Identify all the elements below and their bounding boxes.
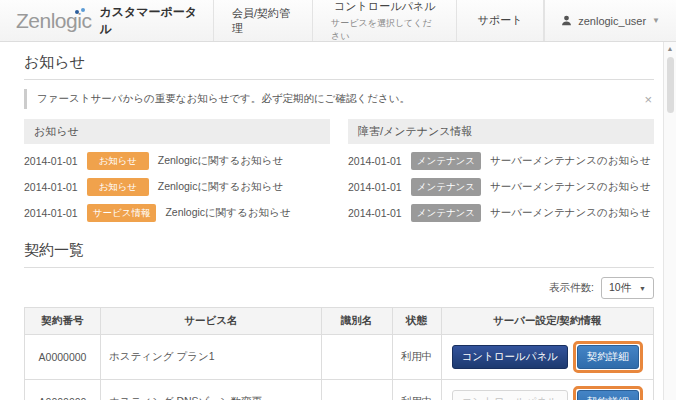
zenlogic-logo[interactable]: Zenlogic カスタマーポータル — [0, 0, 213, 41]
notice-title: Zenlogicに関するお知らせ — [158, 154, 283, 168]
user-menu[interactable]: zenlogic_user ▼ — [544, 0, 676, 41]
highlight-outline: 契約詳細 — [573, 386, 643, 400]
notice-date: 2014-01-01 — [24, 181, 78, 193]
logo-text: Zenlogic — [16, 9, 91, 33]
close-icon[interactable]: × — [642, 92, 654, 107]
scroll-up-icon[interactable]: ▲ — [667, 44, 674, 54]
col-server-settings: サーバー設定/契約情報 — [441, 308, 653, 335]
per-page-label: 表示件数: — [549, 281, 594, 295]
maintenance-column-heading: 障害/メンテナンス情報 — [348, 119, 654, 144]
chevron-down-icon: ▼ — [639, 285, 646, 292]
list-item[interactable]: 2014-01-01 メンテナンス サーバーメンテナンスのお知らせ — [348, 178, 654, 196]
table-header-row: 契約番号 サービス名 識別名 状態 サーバー設定/契約情報 — [25, 308, 654, 335]
notice-date: 2014-01-01 — [348, 155, 402, 167]
table-row: A0000000 ホスティング プラン1 利用中 コントロールパネル 契約詳細 — [25, 335, 654, 380]
service-name: ホスティング プラン1 — [101, 335, 322, 380]
vertical-scrollbar[interactable]: ▲ — [663, 42, 676, 400]
user-icon — [561, 15, 572, 26]
main-content: お知らせ ファーストサーバからの重要なお知らせです。必ず定期的にご確認ください。… — [0, 42, 663, 400]
news-section-title: お知らせ — [24, 53, 654, 72]
nav-control-panel[interactable]: コントロールパネル サービスを選択してください — [312, 0, 456, 41]
portal-title: カスタマーポータル — [99, 4, 199, 38]
status-badge: メンテナンス — [411, 178, 481, 196]
col-identifier: 識別名 — [321, 308, 392, 335]
status: 利用中 — [392, 335, 441, 380]
status-badge: サービス情報 — [87, 204, 157, 222]
notice-date: 2014-01-01 — [24, 155, 78, 167]
contracts-table: 契約番号 サービス名 識別名 状態 サーバー設定/契約情報 A0000000 ホ… — [24, 307, 654, 400]
contract-detail-button[interactable]: 契約詳細 — [577, 345, 639, 369]
notice-title: Zenlogicに関するお知らせ — [158, 180, 283, 194]
scrollbar-thumb[interactable] — [667, 57, 674, 113]
notice-date: 2014-01-01 — [348, 181, 402, 193]
list-item[interactable]: 2014-01-01 メンテナンス サーバーメンテナンスのお知らせ — [348, 204, 654, 222]
highlight-outline: 契約詳細 — [573, 341, 643, 373]
status-badge: お知らせ — [87, 152, 149, 170]
control-panel-button[interactable]: コントロールパネル — [452, 345, 568, 369]
list-item[interactable]: 2014-01-01 メンテナンス サーバーメンテナンスのお知らせ — [348, 152, 654, 170]
list-item[interactable]: 2014-01-01 お知らせ Zenlogicに関するお知らせ — [24, 178, 330, 196]
identifier — [321, 380, 392, 400]
important-notice-alert: ファーストサーバからの重要なお知らせです。必ず定期的にご確認ください。 × — [24, 89, 654, 109]
service-name: ホスティング DNSゾーン数変更 — [101, 380, 322, 400]
list-item[interactable]: 2014-01-01 お知らせ Zenlogicに関するお知らせ — [24, 152, 330, 170]
notice-title: サーバーメンテナンスのお知らせ — [490, 180, 650, 194]
contract-number: A0000000 — [25, 380, 101, 400]
contract-number: A0000000 — [25, 335, 101, 380]
status-badge: メンテナンス — [411, 152, 481, 170]
divider — [24, 79, 654, 80]
divider — [24, 267, 654, 268]
maintenance-column: 障害/メンテナンス情報 2014-01-01 メンテナンス サーバーメンテナンス… — [348, 119, 654, 230]
user-name: zenlogic_user — [578, 15, 646, 27]
news-column: お知らせ 2014-01-01 お知らせ Zenlogicに関するお知らせ 20… — [24, 119, 330, 230]
col-status: 状態 — [392, 308, 441, 335]
nav-member-contract[interactable]: 会員/契約管理 — [213, 0, 312, 41]
status-badge: メンテナンス — [411, 204, 481, 222]
alert-message: ファーストサーバからの重要なお知らせです。必ず定期的にご確認ください。 — [24, 89, 642, 109]
status-badge: お知らせ — [87, 178, 149, 196]
nav-support[interactable]: サポート — [456, 0, 544, 41]
top-header: Zenlogic カスタマーポータル 会員/契約管理 コントロールパネル サービ… — [0, 0, 676, 42]
col-contract-number: 契約番号 — [25, 308, 101, 335]
status: 利用中 — [392, 380, 441, 400]
list-item[interactable]: 2014-01-01 サービス情報 Zenlogicに関するお知らせ — [24, 204, 330, 222]
per-page-select[interactable]: 10件 ▼ — [601, 277, 654, 299]
col-service-name: サービス名 — [101, 308, 322, 335]
chevron-down-icon: ▼ — [652, 16, 660, 25]
logo-dots-icon — [75, 8, 85, 14]
contract-detail-button[interactable]: 契約詳細 — [577, 390, 639, 400]
main-nav: 会員/契約管理 コントロールパネル サービスを選択してください サポート — [213, 0, 544, 41]
notice-title: サーバーメンテナンスのお知らせ — [490, 154, 650, 168]
notice-date: 2014-01-01 — [24, 207, 78, 219]
control-panel-button-disabled: コントロールパネル — [452, 390, 568, 400]
table-row: A0000000 ホスティング DNSゾーン数変更 利用中 コントロールパネル … — [25, 380, 654, 400]
identifier — [321, 335, 392, 380]
contracts-section-title: 契約一覧 — [24, 241, 654, 260]
notice-date: 2014-01-01 — [348, 207, 402, 219]
news-column-heading: お知らせ — [24, 119, 330, 144]
notice-title: サーバーメンテナンスのお知らせ — [490, 206, 650, 220]
notice-title: Zenlogicに関するお知らせ — [165, 206, 290, 220]
